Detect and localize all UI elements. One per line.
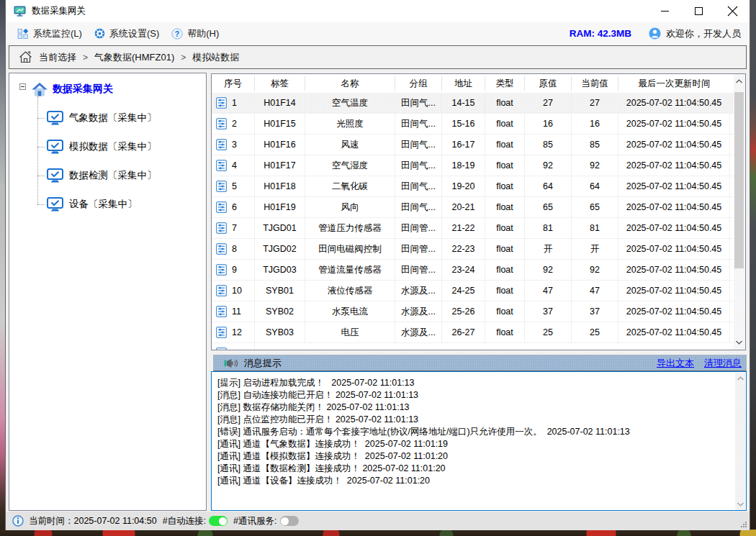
maximize-button[interactable] [682,0,716,22]
message-line-5: [错误] 通讯服务启动：通常每个套接字地址(协议/网络地址/端口)只允许使用一次… [212,426,746,438]
table-scrollbar-thumb[interactable] [734,92,744,268]
desktop-background-right [750,0,756,536]
column-header-1[interactable]: 序号 [212,76,255,91]
table-row-1[interactable]: 1H01F14空气温度田间气...14-15float27272025-07-0… [212,93,745,114]
breadcrumb-separator: > [181,53,186,63]
table-row-3[interactable]: 3H01F16风速田间气...16-17float85852025-07-02 … [212,135,745,155]
menu-item-3[interactable]: ?帮助(H) [168,22,222,45]
home-icon [19,50,32,64]
statusbar: 当前时间： 2025-07-02 11:04:50 #自动连接: #通讯服务: [6,512,750,530]
tree-item-1[interactable]: 气象数据〔采集中〕 [47,109,157,127]
table-row-4[interactable]: 4H01F17空气湿度田间气...18-19float92922025-07-0… [212,155,745,176]
scroll-down-icon[interactable] [735,340,743,345]
auto-connect-toggle[interactable] [209,516,228,526]
desktop-background-bottom [0,530,756,536]
message-panel-header: 消息提示 导出文本 清理消息 [213,355,747,371]
message-panel-title: 消息提示 [244,357,282,370]
column-header-8[interactable]: 当前值 [572,76,618,91]
message-line-7: [通讯] 通道【模拟数据】连接成功！ 2025-07-02 11:01:20 [212,450,746,463]
tree-root[interactable]: 数据采集网关 [9,81,206,98]
info-icon [12,515,24,527]
monitor-check-icon [47,197,63,212]
column-header-4[interactable]: 分组 [395,76,442,91]
breadcrumb: 当前选择>气象数据(HMFZ01)>模拟站数据 [9,45,747,69]
monitor-grid-icon [17,28,29,40]
titlebar: 数据采集网关 [6,0,750,22]
table-row-11[interactable]: 11SYB02水泵电流水源及...25-26float37372025-07-0… [212,301,745,322]
tree-item-4[interactable]: 设备〔采集中〕 [47,195,138,214]
tree-item-2[interactable]: 模拟数据〔采集中〕 [47,137,157,156]
help-icon: ? [171,28,183,40]
row-settings-icon [216,139,227,150]
breadcrumb-item-1: 当前选择 [39,52,76,63]
tree-root-label: 数据采集网关 [53,83,113,96]
table-row-2[interactable]: 2H01F15光照度田间气...15-16float16162025-07-02… [212,114,745,135]
table-scrollbar[interactable] [734,74,745,350]
table-row-6[interactable]: 6H01F19风向田间气...20-21float65652025-07-02 … [212,197,745,218]
close-button[interactable] [716,0,750,22]
menu-item-1[interactable]: 系统监控(L) [14,22,85,45]
data-table: 序号标签名称分组地址类型原值当前值最后一次更新时间 1H01F14空气温度田间气… [211,73,746,350]
breadcrumb-separator: > [83,53,88,63]
app-icon [14,5,26,17]
table-row-12[interactable]: 12SYB03电压水源及...26-27float25252025-07-02 … [212,322,745,343]
row-settings-icon [216,160,227,171]
message-line-9: [通讯] 通道【设备】连接成功！ 2025-07-02 11:01:20 [212,475,746,487]
msg-scroll-up-icon[interactable] [737,376,744,381]
resize-grip[interactable] [740,521,747,528]
row-settings-icon [216,118,227,130]
msg-scroll-down-icon[interactable] [737,501,744,507]
monitor-check-icon [47,140,63,155]
column-header-6[interactable]: 类型 [485,76,525,91]
column-header-5[interactable]: 地址 [442,76,485,91]
tree-connector [37,204,45,205]
svg-text:?: ? [175,29,179,37]
message-line-4: [消息] 点位监控功能已开启！ 2025-07-02 11:01:13 [212,414,746,426]
menu-item-2[interactable]: 系统设置(S) [91,22,162,45]
row-settings-icon [216,285,227,296]
monitor-check-icon [47,111,63,126]
row-settings-icon [216,97,227,109]
row-settings-icon [216,201,227,213]
welcome-text: 欢迎你，开发人员 [666,27,741,40]
clear-messages-link[interactable]: 清理消息 [704,357,742,370]
window-controls [648,0,750,22]
tree-item-3[interactable]: 数据检测〔采集中〕 [47,166,157,185]
comm-service-label: #通讯服务: [233,515,276,527]
scroll-up-icon[interactable] [735,78,743,84]
auto-connect-label: #自动连接: [163,515,206,527]
row-settings-icon [216,243,227,255]
app-window: 数据采集网关 系统监控(L)系统设置(S)?帮助(H) RAM: 42.3MB … [5,0,750,530]
breadcrumb-item-3[interactable]: 模拟站数据 [192,52,239,63]
minimize-button[interactable] [648,0,682,22]
message-line-2: [消息] 自动连接功能已开启！ 2025-07-02 11:01:13 [212,389,746,401]
table-row-partial[interactable] [212,343,745,350]
table-row-8[interactable]: 8TJGD02田间电磁阀控制田间管...22-23float开开2025-07-… [212,239,745,260]
column-header-2[interactable]: 标签 [255,76,305,91]
table-row-5[interactable]: 5H01F18二氧化碳田间气...19-20float64642025-07-0… [212,176,745,197]
table-row-9[interactable]: 9TJGD03管道流量传感器田间管...23-24float92922025-0… [212,260,745,281]
tree-guide-line [37,96,38,204]
row-settings-icon [216,222,227,234]
table-header: 序号标签名称分组地址类型原值当前值最后一次更新时间 [212,74,745,93]
column-header-7[interactable]: 原值 [525,76,572,91]
gear-icon [94,28,105,39]
column-header-9[interactable]: 最后一次更新时间 [618,76,730,91]
column-header-3[interactable]: 名称 [305,76,395,91]
current-time-label: 当前时间： [29,515,74,527]
comm-service-toggle[interactable] [280,516,299,526]
table-row-7[interactable]: 7TJGD01管道压力传感器田间管...21-22float81812025-0… [212,218,745,239]
row-settings-icon [216,348,227,350]
speaker-icon [224,358,238,369]
row-settings-icon [216,264,227,276]
message-line-3: [消息] 数据存储功能关闭！ 2025-07-02 11:01:13 [212,401,746,414]
current-time-value: 2025-07-02 11:04:50 [74,516,157,526]
export-text-link[interactable]: 导出文本 [657,357,694,370]
tree-collapse-icon[interactable] [19,83,26,90]
message-scrollbar[interactable] [735,373,745,510]
row-settings-icon [216,327,227,338]
table-row-10[interactable]: 10SYB01液位传感器水源及...24-25float47472025-07-… [212,281,745,301]
breadcrumb-item-2[interactable]: 气象数据(HMFZ01) [94,52,174,63]
row-settings-icon [216,181,227,192]
row-settings-icon [216,306,227,317]
